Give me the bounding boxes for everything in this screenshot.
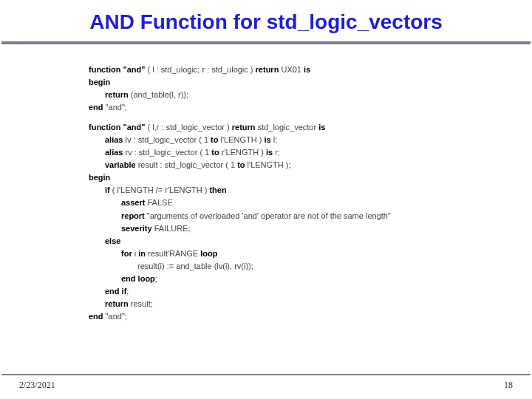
code-line: begin bbox=[89, 76, 532, 89]
code-text: (and_table(l, r)); bbox=[129, 90, 188, 99]
code-line: end if; bbox=[89, 285, 532, 298]
footer-rule bbox=[1, 374, 531, 375]
footer-row: 2/23/2021 18 bbox=[0, 380, 532, 391]
kw-severity: severity bbox=[121, 224, 152, 233]
code-line: report "arguments of overloaded 'and' op… bbox=[89, 210, 532, 222]
code-line: alias rv : std_logic_vector ( 1 to r'LEN… bbox=[89, 146, 532, 159]
code-line: return (and_table(l, r)); bbox=[89, 89, 532, 101]
code-line: alias lv : std_logic_vector ( 1 to l'LEN… bbox=[89, 134, 532, 146]
kw-to: to bbox=[237, 160, 245, 169]
code-text: l'LENGTH ) bbox=[218, 135, 264, 144]
code-text: result'RANGE bbox=[146, 249, 200, 258]
kw-is: is bbox=[318, 123, 325, 132]
kw-alias: alias bbox=[105, 148, 123, 157]
kw-end-loop: end loop bbox=[121, 274, 155, 283]
code-text: rv : std_logic_vector ( 1 bbox=[123, 148, 211, 157]
code-text: ( l,r : std_logic_vector ) bbox=[145, 123, 231, 132]
kw-loop: loop bbox=[200, 249, 217, 258]
code-text: ( l : std_ulogic; r : std_ulogic ) bbox=[145, 65, 255, 74]
code-text: ; bbox=[155, 274, 157, 283]
slide: AND Function for std_logic_vectors funct… bbox=[0, 0, 532, 399]
code-text: UX01 bbox=[279, 65, 304, 74]
kw-function: function "and" bbox=[89, 65, 145, 74]
kw-end: end bbox=[89, 103, 103, 112]
code-text: "and"; bbox=[103, 312, 127, 321]
kw-return: return bbox=[105, 90, 129, 99]
kw-variable: variable bbox=[105, 160, 136, 169]
code-line: for i in result'RANGE loop bbox=[89, 248, 532, 260]
code-text: std_logic_vector bbox=[256, 123, 319, 132]
code-line: if ( l'LENGTH /= r'LENGTH ) then bbox=[89, 184, 532, 197]
kw-begin: begin bbox=[89, 173, 110, 182]
code-text: result; bbox=[129, 299, 153, 308]
code-text: r'LENGTH ) bbox=[219, 148, 266, 157]
spacer bbox=[89, 114, 532, 121]
code-line: begin bbox=[89, 171, 532, 184]
code-text: "arguments of overloaded 'and' operator … bbox=[145, 211, 391, 220]
kw-in: in bbox=[138, 249, 146, 258]
kw-is: is bbox=[264, 135, 270, 144]
kw-report: report bbox=[121, 211, 145, 220]
kw-begin: begin bbox=[89, 78, 110, 86]
code-text: l'LENGTH ); bbox=[245, 160, 291, 169]
footer: 2/23/2021 18 bbox=[0, 374, 532, 389]
kw-is: is bbox=[304, 65, 310, 74]
code-line: variable result : std_logic_vector ( 1 t… bbox=[89, 159, 532, 171]
code-text: r; bbox=[273, 148, 280, 157]
kw-for: for bbox=[121, 249, 132, 258]
code-text: FALSE bbox=[145, 198, 172, 207]
code-line: assert FALSE bbox=[89, 197, 532, 209]
code-text: ( l'LENGTH /= r'LENGTH ) bbox=[110, 185, 210, 194]
kw-to: to bbox=[211, 148, 219, 157]
code-text: FAILURE; bbox=[152, 224, 191, 233]
kw-is: is bbox=[266, 148, 273, 157]
code-line: function "and" ( l,r : std_logic_vector … bbox=[89, 121, 532, 134]
code-line: end "and"; bbox=[89, 101, 532, 114]
kw-return: return bbox=[232, 123, 256, 132]
code-line: function "and" ( l : std_ulogic; r : std… bbox=[89, 64, 532, 76]
kw-end-if: end if bbox=[105, 287, 126, 296]
code-text: l; bbox=[271, 135, 278, 144]
code-line: return result; bbox=[89, 298, 532, 310]
kw-assert: assert bbox=[121, 198, 145, 207]
code-line: result(i) := and_table (lv(i), rv(i)); bbox=[89, 260, 532, 273]
slide-title: AND Function for std_logic_vectors bbox=[0, 0, 532, 41]
code-line: severity FAILURE; bbox=[89, 222, 532, 235]
code-text: result(i) := and_table (lv(i), rv(i)); bbox=[137, 262, 253, 270]
code-block: function "and" ( l : std_ulogic; r : std… bbox=[0, 44, 532, 323]
kw-end: end bbox=[89, 312, 103, 321]
code-line: end "and"; bbox=[89, 310, 532, 323]
code-text: ; bbox=[126, 287, 129, 296]
footer-date: 2/23/2021 bbox=[19, 380, 55, 391]
code-text: result : std_logic_vector ( 1 bbox=[136, 160, 238, 169]
code-line: end loop; bbox=[89, 273, 532, 285]
kw-if: if bbox=[105, 185, 110, 194]
code-text: lv : std_logic_vector ( 1 bbox=[123, 135, 211, 144]
footer-page: 18 bbox=[504, 380, 513, 391]
kw-return: return bbox=[256, 65, 279, 74]
code-text: "and"; bbox=[103, 103, 127, 112]
kw-return: return bbox=[105, 299, 129, 308]
kw-then: then bbox=[209, 185, 226, 194]
kw-function: function "and" bbox=[89, 123, 145, 132]
code-line: else bbox=[89, 235, 532, 248]
kw-to: to bbox=[211, 135, 218, 144]
kw-alias: alias bbox=[105, 135, 123, 144]
code-text: i bbox=[132, 249, 139, 258]
kw-else: else bbox=[105, 236, 120, 245]
